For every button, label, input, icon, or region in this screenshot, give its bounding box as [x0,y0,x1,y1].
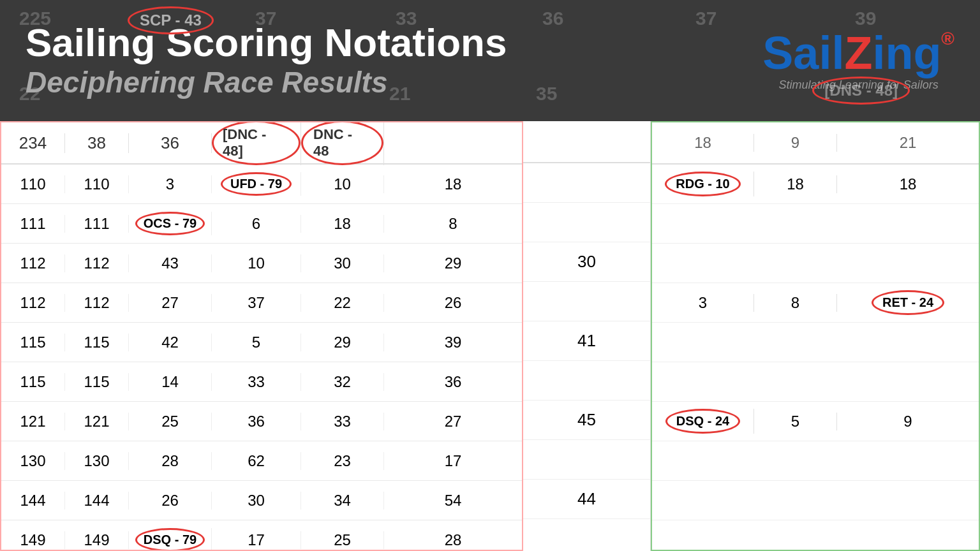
data-cell: 25 [129,413,212,430]
middle-row-30: 30 [523,242,650,282]
data-cell: 43 [129,254,212,272]
right-rdg-cell: RDG - 10 [652,172,754,196]
data-cell: 144 [65,492,129,510]
right-18c: 18 [837,175,979,193]
top-cell-36: 36 [129,133,212,153]
data-cell: 130 [65,452,129,470]
subtitle: Deciphering Race Results [26,65,737,100]
dsq-79-circled: DSQ - 79 [135,528,205,551]
data-cell: 8 [384,215,522,233]
right-dsq-cell: DSQ - 24 [652,409,754,434]
right-dsq-row: DSQ - 24 5 9 [652,402,979,441]
data-cell: 23 [301,452,384,470]
data-cell: 110 [65,175,129,193]
table-body: 110 110 3 UFD - 79 10 18 111 111 OCS - 7… [1,165,522,551]
data-cell: 17 [384,452,522,470]
right-row [652,244,979,283]
data-cell: 28 [129,452,212,470]
data-cell-dsq: DSQ - 79 [129,528,212,551]
data-cell: 39 [384,334,522,351]
data-cell: 111 [1,215,65,233]
top-cell-38: 38 [65,133,129,153]
data-cell: 25 [301,531,384,549]
data-cell: 121 [65,413,129,430]
ufd-circled: UFD - 79 [221,172,292,196]
top-cell-dnc-bracket: [DNC - 48] [212,121,301,165]
right-section: 18 9 21 RDG - 10 18 18 3 8 RET - 24 [651,121,980,551]
middle-row-45: 45 [523,400,650,440]
data-cell: 6 [212,215,301,233]
logo-text: SailZing® [762,30,954,76]
top-row: 234 38 36 [DNC - 48] DNC - 48 [1,122,522,165]
data-cell: 115 [65,334,129,351]
data-cell-ufd: UFD - 79 [212,172,301,196]
data-cell: 42 [129,334,212,351]
right-row [652,441,979,481]
table-row: 112 112 27 37 22 26 [1,283,522,323]
table-row: 110 110 3 UFD - 79 10 18 [1,165,522,204]
data-cell: 28 [384,531,522,549]
data-cell: 112 [65,294,129,312]
logo-ing: ing [872,27,941,78]
right-top-21: 21 [837,134,979,152]
ocs-circled: OCS - 79 [135,212,205,235]
right-ret-cell: RET - 24 [837,290,979,315]
right-row [652,362,979,402]
data-cell-ocs: OCS - 79 [129,212,212,235]
logo-z: Z [844,27,872,78]
data-cell: 14 [129,373,212,391]
data-cell: 33 [301,413,384,430]
table-row: 115 115 14 33 32 36 [1,362,522,402]
middle-row [523,163,650,203]
data-cell: 26 [384,294,522,312]
data-cell: 18 [384,175,522,193]
right-5: 5 [754,413,837,430]
middle-row [523,519,650,551]
middle-row [523,203,650,242]
middle-row [523,282,650,321]
right-8: 8 [754,294,837,312]
right-rdg-row: RDG - 10 18 18 [652,165,979,204]
data-cell: 112 [65,254,129,272]
data-cell: 10 [301,175,384,193]
data-cell: 30 [301,254,384,272]
middle-row-44: 44 [523,480,650,519]
data-cell: 37 [212,294,301,312]
data-cell: 30 [212,492,301,510]
data-cell: 29 [384,254,522,272]
data-cell: 36 [384,373,522,391]
data-cell: 112 [1,254,65,272]
data-cell: 115 [1,334,65,351]
top-cell-dnc: DNC - 48 [301,121,384,165]
data-cell: 32 [301,373,384,391]
dnc-bracket-circled: [DNC - 48] [212,121,301,165]
middle-row [523,440,650,480]
table-row: 115 115 42 5 29 39 [1,323,522,362]
rdg-circled: RDG - 10 [665,172,740,196]
top-cell-234: 234 [1,133,65,153]
data-cell: 62 [212,452,301,470]
data-cell: 149 [65,531,129,549]
table-row: 121 121 25 36 33 27 [1,402,522,441]
data-cell: 110 [1,175,65,193]
middle-top-spacer [523,121,650,163]
data-cell: 29 [301,334,384,351]
data-cell: 33 [212,373,301,391]
right-3: 3 [652,294,754,312]
right-9: 9 [837,413,979,430]
data-cell: 26 [129,492,212,510]
middle-row-41: 41 [523,321,650,361]
table-row: 112 112 43 10 30 29 [1,244,522,283]
data-cell: 36 [212,413,301,430]
table-row: 144 144 26 30 34 54 [1,481,522,520]
main-title: Sailing Scoring Notations [26,21,737,64]
data-cell: 144 [1,492,65,510]
data-cell: 3 [129,175,212,193]
scp-circled: SCP - 43 [128,6,214,34]
data-cell: 5 [212,334,301,351]
dsq-24-circled: DSQ - 24 [665,409,740,434]
table-row: 111 111 OCS - 79 6 18 8 [1,204,522,244]
left-table: 234 38 36 [DNC - 48] DNC - 48 110 110 3 … [0,121,523,551]
data-cell: 18 [301,215,384,233]
data-cell: 27 [384,413,522,430]
